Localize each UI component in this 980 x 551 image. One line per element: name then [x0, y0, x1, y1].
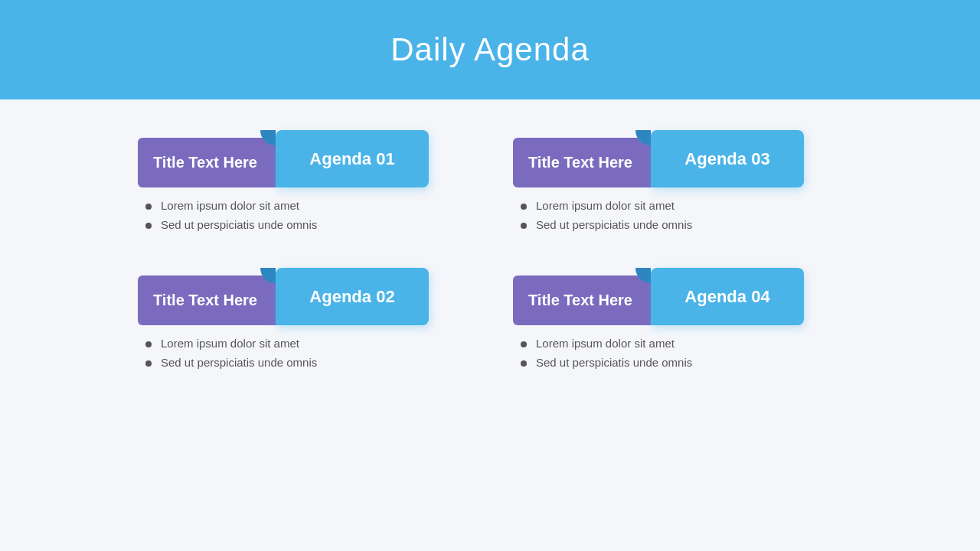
bullet-item: Lorem ipsum dolor sit amet	[521, 337, 842, 350]
title-text-04: Title Text Here	[528, 292, 632, 309]
bullet-text: Sed ut perspiciatis unde omnis	[161, 218, 317, 231]
main-content: Title Text Here Agenda 01 Lorem ipsum do…	[0, 99, 980, 406]
title-text-03: Title Text Here	[528, 154, 632, 171]
bullet-dot	[521, 360, 527, 367]
title-text-02: Title Text Here	[153, 292, 257, 309]
title-text-01: Title Text Here	[153, 154, 257, 171]
agenda-card-02: Title Text Here Agenda 02 Lorem ipsum do…	[138, 268, 467, 375]
bullet-dot	[145, 341, 152, 347]
agenda-tab-wrapper-04: Agenda 04	[635, 268, 789, 325]
agenda-tab-fold-04	[635, 268, 651, 283]
agenda-label-02: Agenda 02	[309, 287, 394, 307]
bullet-item: Sed ut perspiciatis unde omnis	[521, 356, 842, 369]
bullet-text: Sed ut perspiciatis unde omnis	[536, 356, 692, 369]
bullet-item: Lorem ipsum dolor sit amet	[145, 199, 467, 212]
card-header-02: Title Text Here Agenda 02	[138, 268, 467, 325]
header: Daily Agenda	[0, 0, 980, 99]
bullet-item: Sed ut perspiciatis unde omnis	[145, 356, 467, 369]
agenda-label-03: Agenda 03	[684, 149, 769, 169]
agenda-tab-04: Agenda 04	[651, 268, 804, 325]
agenda-tab-wrapper-02: Agenda 02	[260, 268, 413, 325]
card-header-04: Title Text Here Agenda 04	[513, 268, 842, 325]
bullet-item: Lorem ipsum dolor sit amet	[521, 199, 842, 212]
bullet-item: Lorem ipsum dolor sit amet	[145, 337, 467, 350]
card-header-01: Title Text Here Agenda 01	[138, 130, 467, 187]
bullet-text: Lorem ipsum dolor sit amet	[161, 337, 299, 350]
card-body-02: Lorem ipsum dolor sit amet Sed ut perspi…	[138, 337, 467, 375]
bullet-dot	[145, 360, 152, 367]
agenda-tab-03: Agenda 03	[651, 130, 804, 187]
agenda-tab-02: Agenda 02	[276, 268, 429, 325]
agenda-tab-wrapper-03: Agenda 03	[635, 130, 789, 187]
agenda-tab-01: Agenda 01	[276, 130, 429, 187]
card-body-03: Lorem ipsum dolor sit amet Sed ut perspi…	[513, 199, 842, 237]
agenda-tab-wrapper-01: Agenda 01	[260, 130, 413, 187]
bullet-text: Lorem ipsum dolor sit amet	[161, 199, 299, 212]
bullet-dot	[521, 204, 527, 210]
bullet-dot	[145, 223, 152, 229]
bullet-item: Sed ut perspiciatis unde omnis	[521, 218, 842, 231]
bullet-text: Lorem ipsum dolor sit amet	[536, 337, 675, 350]
card-body-01: Lorem ipsum dolor sit amet Sed ut perspi…	[138, 199, 467, 237]
bullet-dot	[521, 341, 527, 347]
agenda-card-01: Title Text Here Agenda 01 Lorem ipsum do…	[138, 130, 467, 237]
agenda-card-03: Title Text Here Agenda 03 Lorem ipsum do…	[513, 130, 842, 237]
agenda-label-04: Agenda 04	[684, 287, 769, 307]
agenda-card-04: Title Text Here Agenda 04 Lorem ipsum do…	[513, 268, 842, 375]
bullet-text: Sed ut perspiciatis unde omnis	[161, 356, 317, 369]
card-body-04: Lorem ipsum dolor sit amet Sed ut perspi…	[513, 337, 842, 375]
bullet-item: Sed ut perspiciatis unde omnis	[145, 218, 467, 231]
page-title: Daily Agenda	[390, 31, 590, 68]
agenda-tab-fold-02	[260, 268, 276, 283]
agenda-label-01: Agenda 01	[309, 149, 394, 169]
card-header-03: Title Text Here Agenda 03	[513, 130, 842, 187]
bullet-dot	[145, 204, 152, 210]
bullet-text: Sed ut perspiciatis unde omnis	[536, 218, 692, 231]
bullet-dot	[521, 223, 527, 229]
agenda-tab-fold-03	[635, 130, 651, 145]
agenda-tab-fold-01	[260, 130, 276, 145]
bullet-text: Lorem ipsum dolor sit amet	[536, 199, 675, 212]
